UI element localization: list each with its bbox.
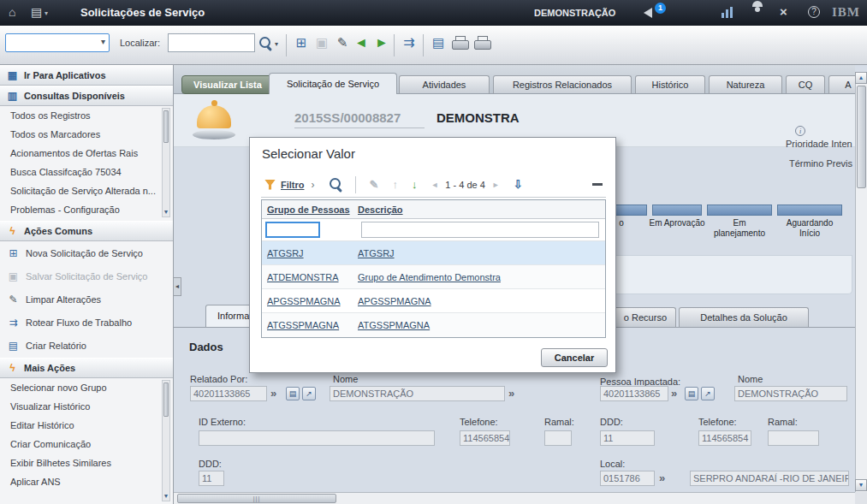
tab-natureza[interactable]: Natureza (709, 75, 782, 94)
scroll-up-icon[interactable]: ▲ (855, 72, 867, 84)
horizontal-scrollbar[interactable]: ||| (174, 492, 855, 504)
sidebar-item-problemas-config[interactable]: Problemas - Configuração (0, 200, 173, 219)
minimize-table-icon[interactable] (592, 183, 603, 186)
tab-historico[interactable]: Histórico (635, 75, 705, 94)
menu-icon[interactable]: ▤ (31, 5, 42, 19)
detail-chevron-icon[interactable]: » (671, 387, 677, 400)
queries-scrollbar-thumb[interactable] (163, 110, 169, 143)
previous-row-icon[interactable]: ↑ (392, 179, 398, 191)
tab-cq[interactable]: CQ (786, 75, 825, 94)
more-actions-scrollbar[interactable]: ▼ (162, 380, 170, 501)
section-title-dados: Dados (189, 341, 223, 353)
sidebar-goto-applications[interactable]: ▦ Ir Para Aplicativos (0, 65, 173, 86)
queries-scroll-down-icon[interactable]: ▼ (163, 208, 169, 216)
report-button[interactable]: ▤ (428, 33, 448, 53)
next-page-icon[interactable]: ► (492, 179, 500, 191)
sidebar-more-actions-header[interactable]: ϟ Mais Ações (0, 358, 173, 378)
sidebar-collapse-handle[interactable]: ◄ (174, 277, 181, 296)
detail-chevron-icon[interactable]: » (508, 387, 514, 400)
action-editar-historico[interactable]: Editar Histórico (0, 416, 173, 435)
next-row-icon[interactable]: ↓ (412, 179, 418, 191)
vertical-scrollbar[interactable]: ▲ ▼ (855, 72, 867, 492)
action-criar-relatorio[interactable]: ▤ Criar Relatório (0, 334, 173, 357)
filter-funnel-icon[interactable] (264, 180, 276, 190)
descricao-link[interactable]: APGSSPMAGNA (358, 296, 431, 306)
table-row[interactable]: ATGSRJ ATGSRJ (262, 241, 605, 265)
action-aplicar-ans[interactable]: Aplicar ANS (0, 472, 173, 491)
sidebar-queries-header[interactable]: ▥ Consultas Disponíveis (0, 86, 173, 106)
sidebar-item-todos-marcadores[interactable]: Todos os Marcadores (0, 125, 173, 144)
vertical-scrollbar-thumb[interactable] (857, 86, 866, 188)
grupo-link[interactable]: ATDEMONSTRA (267, 272, 339, 282)
table-row[interactable]: ATDEMONSTRA Grupo de Atendimento Demonst… (262, 265, 605, 289)
more-actions-scrollbar-thumb[interactable] (163, 382, 169, 417)
detail-chevron-icon[interactable]: » (659, 471, 665, 485)
table-row[interactable]: ATGSSPMAGNA ATGSSPMAGNA (262, 313, 605, 337)
action-exibir-bilhetes[interactable]: Exibir Bilhetes Similares (0, 454, 173, 472)
announcement-icon[interactable] (644, 8, 652, 18)
sidebar-item-todos-registros[interactable]: Todos os Registros (0, 106, 173, 125)
grupo-filter-input[interactable] (265, 222, 320, 238)
previous-record-button[interactable]: ◄ (351, 33, 371, 53)
grupo-link[interactable]: ATGSSPMAGNA (267, 320, 339, 330)
sidebar-item-busca-classificacao[interactable]: Busca Classifcação 75034 (0, 163, 173, 181)
next-record-button[interactable]: ► (371, 33, 392, 53)
tab-visualizar-lista[interactable]: Visualizar Lista (181, 75, 274, 94)
home-icon[interactable]: ⌂ (9, 5, 15, 19)
tab-registros-relacionados[interactable]: Registros Relacionados (493, 75, 632, 94)
route-workflow-button[interactable]: ⇉ (399, 33, 419, 53)
info-icon[interactable]: i (795, 126, 805, 136)
sidebar-item-acionamentos[interactable]: Acionamentos de Ofertas Rais (0, 144, 173, 163)
tab-solicitacao-de-servico[interactable]: Solicitação de Serviço (269, 73, 397, 94)
horizontal-scrollbar-thumb[interactable]: ||| (177, 494, 336, 503)
table-row[interactable]: APGSSPMAGNA APGSSPMAGNA (262, 289, 605, 313)
edit-row-icon[interactable]: ✎ (370, 179, 379, 191)
print-button[interactable] (451, 36, 468, 50)
action-nova-solicitacao[interactable]: ⊞ Nova Solicitação de Serviço (0, 241, 173, 264)
help-icon[interactable]: ? (808, 6, 820, 18)
reports-chart-icon[interactable] (722, 7, 733, 18)
dialog-search-icon[interactable] (329, 177, 343, 192)
descricao-link[interactable]: ATGSSPMAGNA (358, 320, 430, 330)
detail-menu-button[interactable]: ▤ (286, 387, 300, 400)
previous-page-icon[interactable]: ◄ (431, 179, 438, 191)
clear-changes-button[interactable]: ✎ (332, 33, 353, 53)
column-descricao[interactable]: Descrição (358, 205, 403, 215)
search-caret-icon[interactable]: ▾ (275, 40, 278, 48)
filter-expand-icon[interactable]: › (312, 179, 315, 191)
search-icon[interactable] (258, 36, 273, 50)
action-rotear-fluxo[interactable]: ⇉ Rotear Fluxo de Trabalho (0, 311, 173, 334)
descricao-link[interactable]: ATGSRJ (358, 248, 395, 258)
group-panel (591, 255, 852, 294)
action-selecionar-novo-grupo[interactable]: Selecionar novo Grupo (0, 378, 173, 397)
query-select[interactable] (5, 33, 110, 52)
localizar-input[interactable] (168, 33, 255, 52)
action-criar-comunicacao[interactable]: Criar Comunicação (0, 435, 173, 454)
subtab-detalhes-solucao[interactable]: Detalhes da Solução (679, 307, 809, 327)
menu-caret-icon[interactable]: ▾ (45, 9, 48, 17)
more-actions-scroll-down-icon[interactable]: ▼ (163, 492, 169, 501)
scroll-down-icon[interactable]: ▼ (855, 479, 867, 491)
download-icon[interactable]: ⇩ (514, 179, 523, 191)
descricao-link[interactable]: Grupo de Atendimento Demonstra (358, 272, 501, 282)
action-visualizar-historico[interactable]: Visualizar Histórico (0, 397, 173, 416)
sign-out-icon[interactable]: × (780, 4, 787, 19)
grupo-link[interactable]: ATGSRJ (267, 248, 304, 258)
filter-link[interactable]: Filtro (281, 180, 305, 190)
column-grupo-de-pessoas[interactable]: Grupo de Pessoas (267, 205, 350, 215)
save-record-button[interactable]: ▣ (312, 33, 332, 53)
grupo-link[interactable]: APGSSPMAGNA (267, 296, 341, 306)
detail-chevron-icon[interactable]: » (270, 387, 276, 400)
action-limpar-alteracoes[interactable]: ✎ Limpar Alterações (0, 288, 173, 311)
go-to-button[interactable]: ↗ (302, 387, 316, 400)
queries-scrollbar[interactable]: ▼ (162, 108, 170, 217)
sidebar-item-ss-alterada[interactable]: Solicitação de Serviço Alterada n... (0, 181, 173, 200)
new-record-button[interactable]: ⊞ (291, 33, 312, 53)
sidebar-common-actions-header[interactable]: ϟ Ações Comuns (0, 221, 173, 241)
cancel-button[interactable]: Cancelar (541, 348, 608, 367)
tab-atividades[interactable]: Atividades (399, 75, 490, 94)
detail-menu-button[interactable]: ▤ (685, 387, 698, 400)
go-to-button[interactable]: ↗ (701, 387, 715, 400)
print-with-attachments-button[interactable] (473, 36, 490, 50)
descricao-filter-input[interactable] (361, 222, 599, 238)
